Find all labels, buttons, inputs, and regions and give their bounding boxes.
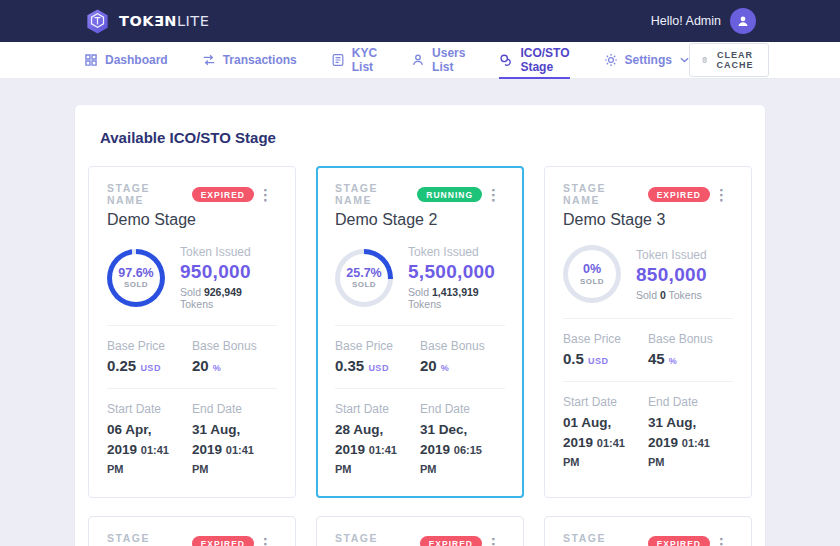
status-badge: EXPIRED xyxy=(420,536,482,546)
user-avatar[interactable] xyxy=(730,8,756,34)
ico-stage-icon xyxy=(499,53,513,67)
stage-name-label: STAGE NAME xyxy=(563,182,640,206)
nav-item-dashboard[interactable]: Dashboard xyxy=(84,42,168,78)
base-price-value: 0.5 USD xyxy=(563,350,648,367)
base-price-unit: USD xyxy=(588,356,609,366)
sold-percent: 25.7% xyxy=(346,266,381,280)
card-menu-button[interactable]: ⋮ xyxy=(482,185,505,204)
card-menu-button[interactable]: ⋮ xyxy=(482,534,505,546)
sold-tokens-value: 1,413,919 xyxy=(432,286,479,298)
base-price-value: 0.25 USD xyxy=(107,357,192,374)
stage-panel: Available ICO/STO Stage STAGE NAME EXPIR… xyxy=(75,105,765,546)
settings-icon xyxy=(604,53,618,67)
stage-name-label: STAGE NAME xyxy=(107,182,184,206)
status-badge: RUNNING xyxy=(417,187,482,202)
card-menu-button[interactable]: ⋮ xyxy=(710,534,733,546)
start-date-label: Start Date xyxy=(335,402,420,416)
base-bonus-label: Base Bonus xyxy=(420,339,505,353)
nav-item-label: Settings xyxy=(625,53,672,67)
base-bonus-unit: % xyxy=(213,363,222,373)
content-area: Available ICO/STO Stage STAGE NAME EXPIR… xyxy=(0,79,840,546)
base-bonus-label: Base Bonus xyxy=(192,339,277,353)
start-date-value: 06 Apr, 2019 01:41 PM xyxy=(107,420,192,479)
end-date-label: End Date xyxy=(420,402,505,416)
kyc-list-icon xyxy=(331,53,345,67)
base-bonus-unit: % xyxy=(441,363,450,373)
card-menu-button[interactable]: ⋮ xyxy=(710,185,733,204)
sold-progress-ring: 97.6% SOLD xyxy=(107,249,165,307)
sold-tokens-line: Sold 926,949 Tokens xyxy=(180,286,277,310)
end-date-label: End Date xyxy=(648,395,733,409)
token-issued-label: Token Issued xyxy=(408,245,505,259)
nav-item-kyc-list[interactable]: KYC List xyxy=(331,42,377,78)
sold-caption: SOLD xyxy=(346,280,381,289)
card-menu-button[interactable]: ⋮ xyxy=(254,185,277,204)
base-bonus-value: 45 % xyxy=(648,350,733,367)
base-price-unit: USD xyxy=(140,363,161,373)
stage-title: Demo Stage 2 xyxy=(335,211,505,229)
status-badge: EXPIRED xyxy=(192,536,254,546)
status-badge: EXPIRED xyxy=(192,187,254,202)
nav-item-transactions[interactable]: Transactions xyxy=(202,42,297,78)
token-issued-value: 5,500,000 xyxy=(408,261,505,283)
end-date-value: 31 Dec, 2019 06:15 PM xyxy=(420,420,505,479)
nav-item-label: KYC List xyxy=(352,46,377,74)
base-bonus-value: 20 % xyxy=(420,357,505,374)
base-price-label: Base Price xyxy=(107,339,192,353)
dashboard-icon xyxy=(84,53,98,67)
end-date-value: 31 Aug, 2019 01:41 PM xyxy=(648,413,733,472)
nav-item-label: Dashboard xyxy=(105,53,168,67)
sold-caption: SOLD xyxy=(580,277,604,286)
sold-progress-ring: 25.7% SOLD xyxy=(335,249,393,307)
card-menu-button[interactable]: ⋮ xyxy=(254,534,277,546)
token-issued-value: 850,000 xyxy=(636,264,707,286)
base-bonus-value: 20 % xyxy=(192,357,277,374)
chevron-down-icon xyxy=(680,57,689,63)
tokenlite-logo-icon xyxy=(84,8,111,35)
base-bonus-label: Base Bonus xyxy=(648,332,733,346)
status-badge: EXPIRED xyxy=(648,536,710,546)
brand-bold: TOKƎN xyxy=(119,13,177,29)
stage-title: Demo Stage xyxy=(107,211,277,229)
base-price-unit: USD xyxy=(368,363,389,373)
token-issued-label: Token Issued xyxy=(636,248,707,262)
token-issued-value: 950,000 xyxy=(180,261,277,283)
stage-name-label: STAGE NAME xyxy=(107,532,184,546)
nav-items: Dashboard Transactions KYC List Users Li… xyxy=(84,42,689,78)
top-header: TOKƎNLITE Hello! Admin xyxy=(0,0,840,42)
end-date-label: End Date xyxy=(192,402,277,416)
stage-card: STAGE NAME EXPIRED ⋮ Demo Stage 97.6% SO… xyxy=(88,166,296,498)
sold-progress-ring: 0% SOLD xyxy=(563,245,621,303)
nav-item-label: ICO/STO Stage xyxy=(520,46,569,74)
nav-item-settings[interactable]: Settings xyxy=(604,42,689,78)
stage-card: STAGE NAME EXPIRED ⋮ Demo Stage 4 0% SOL… xyxy=(88,516,296,546)
stage-card: STAGE NAME EXPIRED ⋮ Demo Stage 5 0% SOL… xyxy=(316,516,524,546)
base-price-value: 0.35 USD xyxy=(335,357,420,374)
sold-tokens-line: Sold 0 Tokens xyxy=(636,289,707,301)
base-bonus-unit: % xyxy=(669,356,678,366)
status-badge: EXPIRED xyxy=(648,187,710,202)
main-nav: Dashboard Transactions KYC List Users Li… xyxy=(0,42,840,79)
users-list-icon xyxy=(411,53,425,67)
sold-percent: 0% xyxy=(580,262,604,276)
nav-item-label: Transactions xyxy=(223,53,297,67)
nav-item-ico-sto-stage[interactable]: ICO/STO Stage xyxy=(499,42,569,78)
clear-cache-button[interactable]: CLEAR CACHE xyxy=(689,43,769,77)
start-date-value: 01 Aug, 2019 01:41 PM xyxy=(563,413,648,472)
user-greeting: Hello! Admin xyxy=(651,14,721,28)
person-icon xyxy=(736,14,750,28)
token-issued-label: Token Issued xyxy=(180,245,277,259)
stage-name-label: STAGE NAME xyxy=(335,532,412,546)
sold-tokens-line: Sold 1,413,919 Tokens xyxy=(408,286,505,310)
base-price-label: Base Price xyxy=(335,339,420,353)
stage-title: Demo Stage 3 xyxy=(563,211,733,229)
stage-name-label: STAGE NAME xyxy=(563,532,640,546)
stage-cards-grid: STAGE NAME EXPIRED ⋮ Demo Stage 97.6% SO… xyxy=(88,166,752,546)
nav-item-users-list[interactable]: Users List xyxy=(411,42,465,78)
clear-cache-label: CLEAR CACHE xyxy=(714,50,756,70)
nav-item-label: Users List xyxy=(432,46,465,74)
sold-percent: 97.6% xyxy=(118,266,153,280)
brand-text: TOKƎNLITE xyxy=(119,13,209,29)
page-title: Available ICO/STO Stage xyxy=(100,129,740,146)
brand[interactable]: TOKƎNLITE xyxy=(84,8,209,35)
